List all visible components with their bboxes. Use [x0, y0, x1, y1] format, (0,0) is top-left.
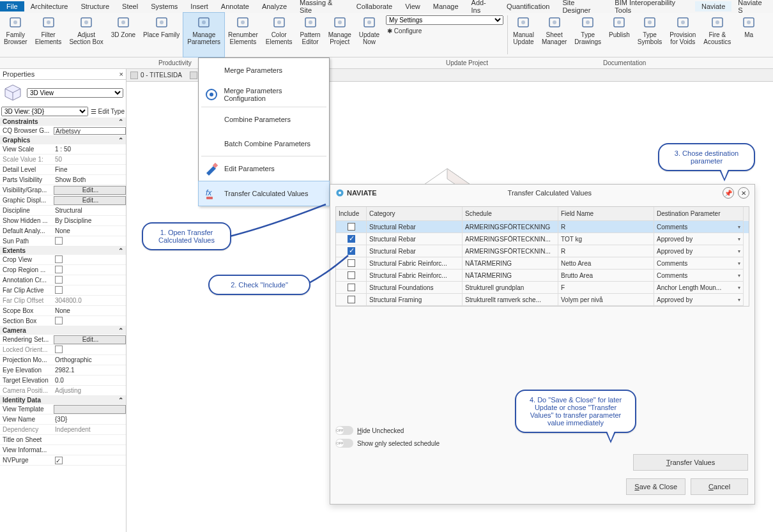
prop-row[interactable]: Crop View [0, 255, 126, 265]
checkbox[interactable] [55, 255, 63, 263]
save-close-button[interactable]: Save & Close [626, 478, 685, 495]
menu-tab-view[interactable]: View [399, 1, 427, 11]
prop-row[interactable]: Rendering Set...Edit... [0, 335, 126, 345]
include-checkbox[interactable] [348, 259, 355, 267]
menu-tab-systems[interactable]: Systems [144, 1, 184, 11]
type-selector[interactable]: 3D View [27, 88, 123, 98]
dropdown-item-batch-combine-parameters[interactable]: Batch Combine Parameters [199, 132, 329, 156]
cell-destination[interactable]: Approved by▾ [654, 245, 744, 257]
prop-row[interactable]: Camera Positi...Adjusting [0, 386, 126, 396]
cancel-button[interactable]: Cancel [691, 478, 748, 495]
ribbon-update-now[interactable]: UpdateNow [355, 13, 383, 57]
prop-row[interactable]: Default Analy...None [0, 226, 126, 236]
menu-tab-steel[interactable]: Steel [116, 1, 144, 11]
pin-icon[interactable]: 📌 [723, 187, 734, 199]
ribbon-sheet-manager[interactable]: SheetManager [538, 13, 570, 57]
grid-row[interactable]: Structural FramingStrukturellt ramverk s… [336, 294, 749, 306]
prop-row[interactable]: Projection Mo...Orthographic [0, 355, 126, 365]
ribbon-fire-acoustics[interactable]: Fire &Acoustics [700, 13, 735, 57]
prop-row[interactable]: Eye Elevation2982.1 [0, 365, 126, 376]
configure-button[interactable]: ✱ Configure [386, 26, 503, 36]
grid-row[interactable]: Structural Fabric Reinforc...NÄTARMERING… [336, 270, 749, 282]
prop-row[interactable]: Target Elevation0.0 [0, 376, 126, 386]
prop-row[interactable]: Sun Path [0, 236, 126, 247]
prop-row[interactable]: Locked Orient... [0, 345, 126, 355]
prop-row[interactable]: Far Clip Active [0, 285, 126, 296]
prop-row[interactable]: Annotation Cr... [0, 275, 126, 285]
close-icon[interactable]: × [119, 70, 123, 78]
include-checkbox[interactable] [348, 247, 355, 255]
ribbon-manage-project[interactable]: ManageProject [325, 13, 355, 57]
ribbon-manage-parameters[interactable]: ManageParameters [183, 13, 224, 57]
prop-row[interactable]: Parts VisibilityShow Both [0, 175, 126, 185]
cell-destination[interactable]: Approved by▾ [654, 233, 744, 245]
dropdown-item-edit-parameters[interactable]: Edit Parameters [199, 156, 329, 181]
checkbox[interactable]: ✓ [55, 457, 63, 464]
grid-row[interactable]: Structural FoundationsStrukturell grundp… [336, 282, 749, 294]
grid-row[interactable]: Structural RebarARMERINGSFÖRTECKNIN...RA… [336, 245, 749, 257]
ribbon-publish[interactable]: Publish [605, 13, 634, 57]
include-checkbox[interactable] [348, 284, 355, 291]
ribbon-provision-for-voids[interactable]: Provisionfor Voids [666, 13, 700, 57]
checkbox[interactable] [55, 346, 63, 353]
menu-tab-insert[interactable]: Insert [184, 1, 215, 11]
ribbon-family-browser[interactable]: FamilyBrowser [0, 13, 31, 57]
edit-button[interactable]: Edit... [54, 335, 126, 344]
prop-row[interactable]: Detail LevelFine [0, 165, 126, 175]
dropdown-item-combine-parameters[interactable]: Combine Parameters [199, 107, 329, 132]
dropdown-item-merge-parameters[interactable]: Merge Parameters [199, 58, 329, 82]
cell-destination[interactable]: Approved by▾ [654, 294, 744, 306]
prop-row[interactable]: Scope BoxNone [0, 306, 126, 316]
cell-destination[interactable]: Comments▾ [654, 257, 744, 270]
prop-group-extents[interactable]: Extents⌃ [0, 247, 126, 255]
ribbon-pattern-editor[interactable]: PatternEditor [296, 13, 324, 57]
edit-button[interactable]: Edit... [54, 186, 126, 195]
prop-row[interactable]: Visibility/Grap...Edit... [0, 185, 126, 195]
menu-tab-manage[interactable]: Manage [427, 1, 465, 11]
cell-destination[interactable]: Anchor Length Moun...▾ [654, 282, 744, 294]
include-checkbox[interactable] [348, 235, 355, 243]
ribbon-filter-elements[interactable]: FilterElements [31, 13, 66, 57]
checkbox[interactable] [55, 286, 63, 294]
text-input[interactable]: Arbetsvy [54, 127, 126, 135]
dropdown-item-merge-parameters-configuration[interactable]: Merge Parameters Configuration [199, 82, 329, 107]
menu-tab-collaborate[interactable]: Collaborate [350, 1, 399, 11]
grid-row[interactable]: Structural RebarARMERINGSFÖRTECKNINGRCom… [336, 221, 749, 233]
grid-row[interactable]: Structural RebarARMERINGSFÖRTECKNIN...TO… [336, 233, 749, 245]
menu-tab-annotate[interactable]: Annotate [215, 1, 256, 11]
menu-tab-structure[interactable]: Structure [74, 1, 116, 11]
include-checkbox[interactable] [348, 296, 355, 303]
prop-row[interactable]: Title on Sheet [0, 435, 126, 445]
doc-tab[interactable]: 0 - TITELSIDA [130, 72, 182, 79]
prop-group-constraints[interactable]: Constraints⌃ [0, 118, 126, 126]
prop-row[interactable]: Far Clip Offset304800.0 [0, 296, 126, 306]
cell-destination[interactable]: Comments▾ [654, 270, 744, 282]
menu-tab-file[interactable]: File [0, 1, 24, 11]
ribbon-renumber-elements[interactable]: RenumberElements [224, 13, 262, 57]
ribbon-color-elements[interactable]: ColorElements [262, 13, 296, 57]
prop-row[interactable]: Crop Region ... [0, 265, 126, 275]
ribbon--d-zone[interactable]: 3D Zone [107, 13, 139, 57]
checkbox[interactable] [55, 276, 63, 284]
dropdown-item-transfer-calculated-values[interactable]: fxTransfer Calculated Values [199, 181, 329, 206]
prop-row[interactable]: CQ Browser G...Arbetsvy [0, 126, 126, 136]
checkbox[interactable] [55, 237, 63, 245]
view-selector[interactable]: 3D View: {3D} [1, 107, 88, 116]
checkbox[interactable] [55, 317, 63, 324]
dialog-close-button[interactable]: ✕ [738, 187, 749, 199]
edit-button[interactable] [54, 405, 126, 414]
cell-destination[interactable]: Comments▾ [654, 221, 744, 233]
menu-tab-analyze[interactable]: Analyze [256, 1, 293, 11]
prop-group-identity-data[interactable]: Identity Data⌃ [0, 396, 126, 404]
prop-row[interactable]: DisciplineStructural [0, 206, 126, 216]
menu-tab-quantification[interactable]: Quantification [500, 1, 556, 11]
include-checkbox[interactable] [348, 271, 355, 279]
ribbon-ma[interactable]: Ma [735, 13, 763, 57]
grid-row[interactable]: Structural Fabric Reinforc...NÄTARMERING… [336, 257, 749, 270]
ribbon-type-drawings[interactable]: TypeDrawings [570, 13, 605, 57]
prop-row[interactable]: View Template [0, 404, 126, 414]
ribbon-type-symbols[interactable]: TypeSymbols [634, 13, 666, 57]
transfer-values-button[interactable]: Transfer Values [633, 454, 748, 471]
prop-row[interactable]: View Scale1 : 50 [0, 144, 126, 155]
edit-button[interactable]: Edit... [54, 196, 126, 205]
